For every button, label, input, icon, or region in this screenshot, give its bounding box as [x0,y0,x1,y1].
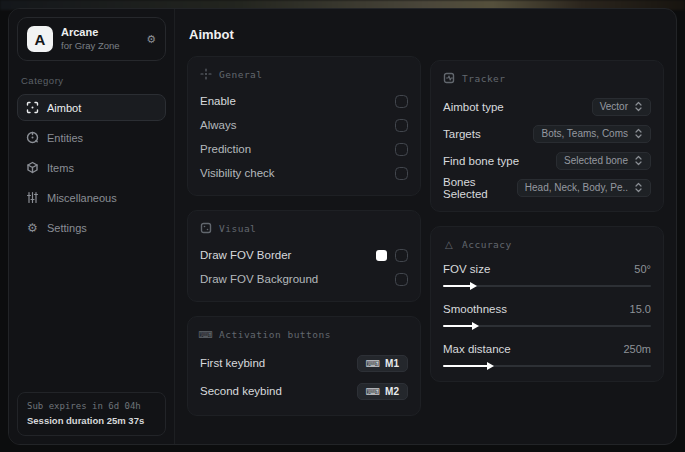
slider-fill [443,285,472,287]
fov-size-value: 50° [634,263,651,275]
sidebar: A Arcane for Gray Zone ⚙ Category Aimbot… [9,9,175,444]
visibility-check-checkbox[interactable] [395,167,408,180]
brand-card: A Arcane for Gray Zone ⚙ [17,17,166,61]
keyboard-icon: ⌨ [366,358,380,369]
setting-label: Draw FOV Border [200,249,291,261]
accuracy-header: Accuracy [462,239,512,250]
setting-label: Aimbot type [443,101,504,113]
chevrons-up-down-icon [634,128,643,139]
setting-label: FOV size [443,263,490,275]
slider-thumb[interactable] [472,322,479,330]
tracker-header: Tracker [462,73,506,84]
activation-buttons-card: ⌨ Activation buttons First keybind ⌨ M1 … [187,316,421,416]
setting-row-enable: Enable [200,90,408,112]
tracker-card: Tracker Aimbot type Vector Targets [430,60,664,212]
dropdown-value: Selected bone [564,155,628,166]
package-icon [26,161,39,174]
dropdown-value: Vector [600,101,628,112]
category-label: Category [21,75,162,86]
sidebar-item-items[interactable]: Items [17,154,166,181]
slider-fill [443,365,489,367]
general-card: General Enable Always Prediction [187,56,421,196]
setting-row-second-keybind: Second keybind ⌨ M2 [200,378,408,404]
draw-fov-background-checkbox[interactable] [395,273,408,286]
crosshair-icon [26,101,39,114]
setting-row-max-distance: Max distance 250m [443,340,651,370]
visual-header: Visual [219,223,256,234]
setting-row-always: Always [200,114,408,136]
brand-subtitle: for Gray Zone [61,40,138,52]
setting-label: Targets [443,128,481,140]
slider-fill [443,325,474,327]
aimbot-type-dropdown[interactable]: Vector [592,98,651,116]
general-header: General [219,69,263,80]
visual-card: Visual Draw FOV Border Draw FOV Backgrou… [187,210,421,302]
tracker-pulse-icon [443,72,455,84]
setting-label: Draw FOV Background [200,273,318,285]
dropdown-value: Bots, Teams, Coms [541,128,628,139]
max-distance-value: 250m [623,343,651,355]
first-keybind-button[interactable]: ⌨ M1 [357,355,408,372]
always-checkbox[interactable] [395,119,408,132]
setting-row-targets: Targets Bots, Teams, Coms [443,121,651,146]
setting-label: Prediction [200,143,251,155]
setting-row-smoothness: Smoothness 15.0 [443,300,651,330]
subscription-info: Sub expires in 6d 04h Session duration 2… [17,392,166,436]
gear-icon: ⚙ [26,221,39,234]
setting-row-first-keybind: First keybind ⌨ M1 [200,350,408,376]
dropdown-value: Head, Neck, Body, Pe.. [525,182,628,193]
smoothness-slider[interactable] [443,322,651,330]
second-keybind-button[interactable]: ⌨ M2 [357,383,408,400]
main-panel: Aimbot General Enable Alw [175,9,676,444]
setting-row-visibility-check: Visibility check [200,162,408,184]
keybind-value: M2 [385,386,399,397]
sidebar-item-entities[interactable]: Entities [17,124,166,151]
fov-border-color-swatch[interactable] [376,250,387,261]
chevrons-up-down-icon [634,101,643,112]
setting-label: First keybind [200,357,265,369]
setting-row-bones-selected: Bones Selected Head, Neck, Body, Pe.. [443,175,651,200]
draw-fov-border-checkbox[interactable] [395,249,408,262]
sidebar-item-aimbot[interactable]: Aimbot [17,94,166,121]
setting-row-find-bone-type: Find bone type Selected bone [443,148,651,173]
setting-label: Enable [200,95,236,107]
sidebar-item-label: Settings [47,222,87,234]
setting-row-aimbot-type: Aimbot type Vector [443,94,651,119]
general-crosshair-icon [200,68,212,80]
brand-logo: A [27,26,53,52]
brand-name: Arcane [61,26,138,40]
right-column: Tracker Aimbot type Vector Targets [430,56,664,396]
fov-size-slider[interactable] [443,282,651,290]
max-distance-slider[interactable] [443,362,651,370]
bones-selected-dropdown[interactable]: Head, Neck, Body, Pe.. [517,179,651,197]
setting-row-draw-fov-border: Draw FOV Border [200,244,408,266]
chevrons-up-down-icon [634,182,643,193]
chevrons-up-down-icon [634,155,643,166]
settings-gear-icon[interactable]: ⚙ [146,33,156,46]
setting-label: Find bone type [443,155,519,167]
setting-row-prediction: Prediction [200,138,408,160]
setting-label: Second keybind [200,385,282,397]
slider-thumb[interactable] [487,362,494,370]
radar-icon [26,131,39,144]
sidebar-item-label: Entities [47,132,83,144]
sidebar-item-miscellaneous[interactable]: Miscellaneous [17,184,166,211]
find-bone-type-dropdown[interactable]: Selected bone [556,152,651,170]
enable-checkbox[interactable] [395,95,408,108]
slider-thumb[interactable] [470,282,477,290]
smoothness-value: 15.0 [630,303,651,315]
activation-header: Activation buttons [219,329,331,340]
session-duration-text: Session duration 25m 37s [27,414,156,428]
prediction-checkbox[interactable] [395,143,408,156]
visual-icon [200,222,212,234]
sidebar-nav: Aimbot Entities Items Miscellaneous [17,94,166,241]
accuracy-card: △ Accuracy FOV size 50° [430,226,664,382]
keyboard-icon: ⌨ [200,328,212,340]
sidebar-item-settings[interactable]: ⚙ Settings [17,214,166,241]
keyboard-icon: ⌨ [366,386,380,397]
cheat-menu-window: A Arcane for Gray Zone ⚙ Category Aimbot… [8,8,677,445]
targets-dropdown[interactable]: Bots, Teams, Coms [533,125,651,143]
setting-label: Visibility check [200,167,275,179]
sidebar-item-label: Miscellaneous [47,192,117,204]
left-column: General Enable Always Prediction [187,56,421,430]
